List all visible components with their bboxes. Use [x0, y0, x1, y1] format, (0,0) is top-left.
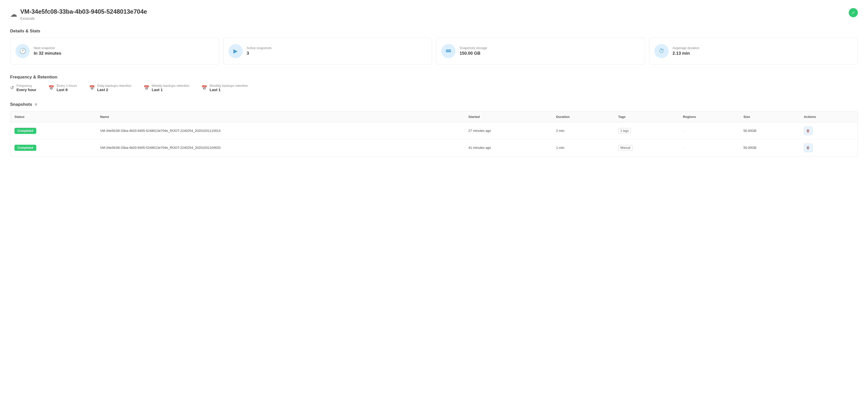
- snapshots-title: Snapshots: [10, 102, 32, 107]
- row-0-status: Completed: [10, 122, 96, 139]
- tag-badge-0: 2 tags: [618, 128, 631, 134]
- active-snapshots-label: Active snapshots: [247, 46, 272, 50]
- table-row: Completed VM-34e5fc08-33ba-4b03-9405-524…: [10, 139, 858, 156]
- active-snapshots-icon: ▶: [228, 44, 243, 58]
- col-size: Size: [739, 111, 800, 123]
- duration-label: Avgerage duration: [673, 46, 700, 50]
- daily-calendar-icon: 📅: [89, 85, 95, 91]
- frequency-value-1: Last 8: [57, 88, 77, 92]
- weekly-calendar-icon: 📅: [144, 85, 149, 91]
- frequency-item-1: 📅 Every 1 hours Last 8: [49, 84, 77, 92]
- stat-card-next-snapshot: 🕐 Next snapshot In 32 minutes: [10, 38, 219, 65]
- row-0-regions: -: [679, 122, 740, 139]
- row-0-duration: 2 min.: [552, 122, 614, 139]
- page-subtitle: Exoscale: [20, 16, 147, 21]
- col-tags: Tags: [614, 111, 679, 123]
- snapshots-table-wrapper: Status Name Started Duration Tags Region…: [10, 111, 858, 157]
- row-0-started: 27 minutes ago: [464, 122, 552, 139]
- storage-label: Snapshots storage: [460, 46, 487, 50]
- active-snapshots-value: 3: [247, 51, 272, 56]
- storage-value: 150.00 GB: [460, 51, 487, 56]
- frequency-label-2: Daily backups retention: [97, 84, 131, 88]
- status-badge-0: Completed: [14, 128, 36, 134]
- frequency-value-2: Last 2: [97, 88, 131, 92]
- details-section-title: Details & Stats: [10, 29, 858, 34]
- col-duration: Duration: [552, 111, 614, 123]
- row-1-tags: Manual: [614, 139, 679, 156]
- row-0-size: 50.00GB: [739, 122, 800, 139]
- next-snapshot-value: In 32 minutes: [34, 51, 61, 56]
- row-1-duration: 1 min.: [552, 139, 614, 156]
- frequency-item-0: ↺ Frequency Every hour: [10, 84, 36, 92]
- status-badge-1: Completed: [14, 145, 36, 151]
- hourly-calendar-icon: 📅: [49, 85, 54, 91]
- snapshots-table: Status Name Started Duration Tags Region…: [10, 111, 858, 156]
- frequency-items: ↺ Frequency Every hour 📅 Every 1 hours L…: [10, 84, 858, 92]
- row-1-name: VM-34e5fc08-33ba-4b03-9405-5248013e704e_…: [96, 139, 464, 156]
- frequency-info-2: Daily backups retention Last 2: [97, 84, 131, 92]
- stat-card-active-snapshots: ▶ Active snapshots 3: [223, 38, 432, 65]
- frequency-item-4: 📅 Monthly backups retention Last 1: [202, 84, 248, 92]
- row-0-name: VM-34e5fc08-33ba-4b03-9405-5248013e704e_…: [96, 122, 464, 139]
- frequency-label-4: Monthly backups retention: [210, 84, 248, 88]
- row-1-status: Completed: [10, 139, 96, 156]
- snapshots-header: Snapshots ≡: [10, 102, 858, 107]
- active-snapshots-info: Active snapshots 3: [247, 46, 272, 56]
- frequency-info-0: Frequency Every hour: [17, 84, 36, 92]
- page-header: ☁ VM-34e5fc08-33ba-4b03-9405-5248013e704…: [10, 8, 858, 21]
- col-actions: Actions: [800, 111, 858, 123]
- col-started: Started: [464, 111, 552, 123]
- storage-icon: [441, 44, 456, 58]
- row-0-tags: 2 tags: [614, 122, 679, 139]
- next-snapshot-info: Next snapshot In 32 minutes: [34, 46, 61, 56]
- tag-badge-1: Manual: [618, 145, 632, 150]
- storage-info: Snapshots storage 150.00 GB: [460, 46, 487, 56]
- table-header-row: Status Name Started Duration Tags Region…: [10, 111, 858, 123]
- delete-button-0[interactable]: 🗑: [804, 127, 812, 135]
- frequency-label-1: Every 1 hours: [57, 84, 77, 88]
- next-snapshot-icon: 🕐: [16, 44, 30, 58]
- frequency-value-0: Every hour: [17, 88, 36, 92]
- frequency-value-4: Last 1: [210, 88, 248, 92]
- row-1-started: 41 minutes ago: [464, 139, 552, 156]
- frequency-label-3: Weekly backups retention: [152, 84, 189, 88]
- frequency-info-3: Weekly backups retention Last 1: [152, 84, 189, 92]
- row-1-size: 50.00GB: [739, 139, 800, 156]
- stat-card-duration: ⏱ Avgerage duration 2.13 min: [649, 38, 858, 65]
- table-row: Completed VM-34e5fc08-33ba-4b03-9405-524…: [10, 122, 858, 139]
- frequency-retention-section: Frequency & Retention ↺ Frequency Every …: [10, 75, 858, 92]
- frequency-rotate-icon: ↺: [10, 85, 14, 91]
- header-info: VM-34e5fc08-33ba-4b03-9405-5248013e704e …: [20, 8, 147, 21]
- row-1-regions: -: [679, 139, 740, 156]
- row-0-actions: 🗑: [800, 122, 858, 139]
- details-stats-section: Details & Stats 🕐 Next snapshot In 32 mi…: [10, 29, 858, 65]
- page-title: VM-34e5fc08-33ba-4b03-9405-5248013e704e: [20, 8, 147, 15]
- status-check-icon: ✓: [849, 8, 858, 17]
- col-regions: Regions: [679, 111, 740, 123]
- header-left: ☁ VM-34e5fc08-33ba-4b03-9405-5248013e704…: [10, 8, 147, 21]
- monthly-calendar-icon: 📅: [202, 85, 207, 91]
- snapshots-menu-icon[interactable]: ≡: [35, 102, 37, 107]
- col-status: Status: [10, 111, 96, 123]
- frequency-section-title: Frequency & Retention: [10, 75, 858, 80]
- next-snapshot-label: Next snapshot: [34, 46, 61, 50]
- frequency-info-1: Every 1 hours Last 8: [57, 84, 77, 92]
- frequency-item-2: 📅 Daily backups retention Last 2: [89, 84, 131, 92]
- col-name: Name: [96, 111, 464, 123]
- snapshots-section: Snapshots ≡ Status Name Started Duration…: [10, 102, 858, 157]
- frequency-value-3: Last 1: [152, 88, 189, 92]
- duration-icon: ⏱: [654, 44, 669, 58]
- duration-value: 2.13 min: [673, 51, 700, 56]
- frequency-item-3: 📅 Weekly backups retention Last 1: [144, 84, 189, 92]
- duration-info: Avgerage duration 2.13 min: [673, 46, 700, 56]
- stats-grid: 🕐 Next snapshot In 32 minutes ▶ Active s…: [10, 38, 858, 65]
- frequency-label-0: Frequency: [17, 84, 36, 88]
- delete-button-1[interactable]: 🗑: [804, 143, 812, 152]
- row-1-actions: 🗑: [800, 139, 858, 156]
- cloud-icon: ☁: [10, 10, 17, 19]
- frequency-info-4: Monthly backups retention Last 1: [210, 84, 248, 92]
- stat-card-storage: Snapshots storage 150.00 GB: [436, 38, 645, 65]
